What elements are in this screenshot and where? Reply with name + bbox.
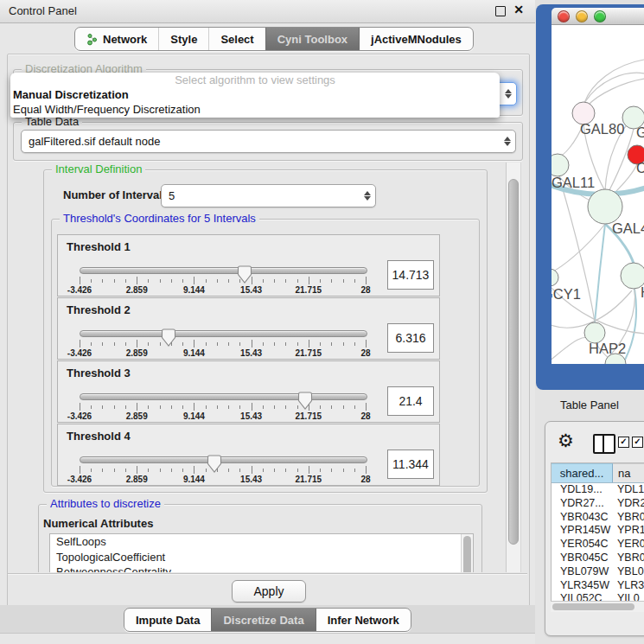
attribute-item[interactable]: TopologicalCoefficient [50, 550, 473, 565]
minimize-traffic-light[interactable] [576, 10, 588, 22]
checkbox-icon-1[interactable]: ✓ [618, 437, 629, 448]
table-row[interactable]: YBR045CYBR0 [552, 552, 644, 565]
table-row[interactable]: YDL19...YDL1 [552, 483, 644, 497]
threshold-value-field[interactable]: 14.713 [387, 260, 434, 290]
table-row[interactable]: YBR043CYBR0 [552, 511, 644, 525]
cell-name[interactable]: YLR3 [612, 579, 644, 593]
dropdown-option-equal-width[interactable]: Equal Width/Frequency Discretization [10, 102, 500, 117]
tick-mark [114, 405, 115, 409]
tab-cyni-toolbox[interactable]: Cyni Toolbox [265, 28, 359, 50]
settings-scrollbar-thumb[interactable] [508, 179, 519, 545]
apply-button[interactable]: Apply [232, 580, 306, 603]
float-window-icon[interactable] [495, 6, 506, 16]
cell-name[interactable]: YBR0 [612, 552, 644, 565]
network-edge[interactable] [552, 224, 605, 274]
cell-name[interactable]: YBR0 [612, 511, 644, 525]
table-horizontal-scrollbar[interactable] [551, 601, 644, 612]
threshold-slider[interactable]: -3.4262.8599.14415.4321.71528 [80, 262, 366, 295]
cell-name[interactable]: YDR2 [612, 497, 644, 511]
tab-infer-network[interactable]: Infer Network [316, 609, 411, 631]
slider-thumb[interactable] [161, 328, 175, 347]
close-icon[interactable]: ✕ [513, 3, 524, 16]
tick-mark [320, 405, 321, 409]
cell-shared-name[interactable]: YBL079W [552, 565, 612, 579]
settings-vertical-scrollbar[interactable] [506, 163, 521, 572]
threshold-value-field[interactable]: 21.4 [387, 386, 434, 416]
cell-shared-name[interactable]: YLR345W [552, 579, 612, 593]
tick-mark [125, 405, 126, 409]
tab-discretize-data[interactable]: Discretize Data [211, 609, 315, 631]
slider-thumb[interactable] [298, 392, 313, 410]
table-row[interactable]: YER054CYER0 [552, 538, 644, 552]
threshold-box: Threshold 2 -3.4262.8599.14415.4321.7152… [57, 297, 440, 360]
table-row[interactable]: YLR345WYLR3 [552, 579, 644, 593]
slider-track[interactable] [80, 393, 367, 400]
slider-track[interactable] [80, 267, 367, 274]
cell-shared-name[interactable]: YER054C [552, 538, 612, 552]
cell-name[interactable]: YER0 [612, 538, 644, 552]
numerical-attributes-list[interactable]: SelfLoopsTopologicalCoefficientBetweenne… [49, 533, 474, 572]
tick-mark [80, 340, 80, 348]
slider-track[interactable] [80, 456, 367, 463]
network-edge[interactable] [595, 224, 605, 322]
gear-icon[interactable]: ⚙ [558, 430, 574, 451]
network-edge[interactable] [588, 79, 644, 105]
attribute-item[interactable]: BetweennessCentrality [50, 564, 473, 572]
cell-shared-name[interactable]: YBR043C [552, 511, 612, 525]
checkbox-icon-2[interactable]: ✓ [632, 437, 643, 448]
cell-shared-name[interactable]: YDR27... [552, 497, 612, 511]
tick-mark [354, 405, 355, 409]
close-traffic-light[interactable] [558, 10, 570, 22]
threshold-slider[interactable]: -3.4262.8599.14415.4321.71528 [80, 325, 366, 358]
table-row[interactable]: YBL079WYBL0 [552, 565, 644, 579]
tick-mark [91, 279, 92, 283]
network-node-label: GA [636, 124, 644, 140]
threshold-slider[interactable]: -3.4262.8599.14415.4321.71528 [80, 388, 366, 421]
cell-name[interactable]: YDL1 [612, 483, 644, 497]
threshold-slider[interactable]: -3.4262.8599.14415.4321.71528 [80, 451, 366, 484]
tick-label: -3.426 [67, 285, 92, 295]
table-row[interactable]: YDR27...YDR2 [552, 497, 644, 511]
column-header-shared-name[interactable]: shared... [552, 463, 613, 482]
cell-shared-name[interactable]: YBR045C [552, 552, 612, 565]
bottom-tab-bar: Impute Data Discretize Data Infer Networ… [124, 608, 411, 632]
attributes-scrollbar[interactable] [461, 534, 473, 572]
zoom-traffic-light[interactable] [594, 10, 606, 22]
slider-thumb[interactable] [207, 455, 221, 473]
network-graph[interactable]: GAL80GACGAL11GAL4GCY1HHAP2 [552, 25, 644, 364]
table-data-combobox[interactable]: galFiltered.sif default node [21, 130, 516, 153]
slider-track[interactable] [80, 330, 367, 337]
tick-mark [137, 466, 137, 474]
tab-impute-data[interactable]: Impute Data [124, 609, 211, 631]
threshold-value-field[interactable]: 6.316 [387, 323, 434, 353]
attributes-scrollbar-thumb[interactable] [463, 536, 471, 572]
cell-shared-name[interactable]: YPR145W [552, 524, 612, 538]
columns-icon[interactable] [593, 434, 615, 454]
network-edge[interactable] [584, 60, 644, 103]
tab-network-label: Network [103, 33, 147, 46]
tab-select[interactable]: Select [208, 28, 265, 50]
column-header-name[interactable]: na [613, 463, 644, 482]
tick-label: 9.144 [183, 285, 205, 295]
network-node[interactable] [552, 154, 569, 176]
cell-name[interactable]: YBL0 [612, 565, 644, 579]
cell-name[interactable]: YPR1 [612, 524, 644, 538]
table-hscrollbar-thumb[interactable] [552, 603, 634, 610]
network-node[interactable] [552, 269, 558, 286]
tick-mark [366, 466, 367, 474]
number-of-intervals-combobox[interactable]: 5 [161, 184, 376, 207]
network-canvas[interactable]: GAL80GACGAL11GAL4GCY1HHAP2 [552, 25, 644, 364]
cell-shared-name[interactable]: YDL19... [552, 483, 612, 497]
tick-mark [91, 469, 92, 472]
network-node[interactable] [588, 189, 622, 224]
attribute-item[interactable]: SelfLoops [50, 534, 473, 550]
tab-network[interactable]: Network [75, 28, 158, 50]
tab-jactivemnodules[interactable]: jActiveMNodules [359, 28, 473, 50]
tab-style[interactable]: Style [158, 28, 208, 50]
slider-thumb[interactable] [238, 265, 252, 284]
threshold-value-field[interactable]: 11.344 [387, 450, 434, 479]
dropdown-option-manual[interactable]: Manual Discretization [10, 87, 500, 102]
table-row[interactable]: YPR145WYPR1 [552, 524, 644, 538]
tick-mark [102, 469, 103, 472]
combo-stepper-icon [360, 191, 375, 201]
